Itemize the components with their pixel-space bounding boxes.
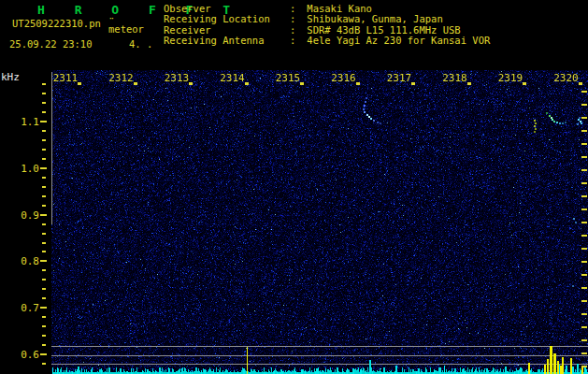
freq-right-tick [581, 248, 587, 250]
time-tick-label: 2317 [383, 72, 415, 84]
freq-right-tick [581, 287, 587, 289]
filename: UT2509222310.pn [12, 18, 101, 29]
info-separator: : [290, 36, 301, 46]
freq-minor-tick [42, 297, 46, 299]
time-tick-label: 2311 [50, 72, 81, 84]
time-tick-mark [245, 82, 249, 85]
freq-minor-tick [42, 83, 46, 85]
freq-minor-tick [42, 288, 46, 290]
freq-right-tick [581, 156, 587, 158]
freq-major-tick [40, 167, 47, 169]
freq-minor-tick [42, 233, 46, 235]
freq-right-tick [581, 209, 587, 210]
freq-right-tick [581, 195, 587, 197]
freq-right-tick [581, 313, 587, 315]
freq-right-tick [581, 352, 587, 354]
time-tick-mark [467, 82, 471, 85]
freq-right-tick [581, 326, 587, 328]
freq-minor-tick [42, 205, 46, 207]
freq-minor-tick [42, 316, 46, 318]
freq-right-tick [581, 274, 587, 276]
freq-tick-label: 0.7 [2, 302, 39, 314]
time-tick-mark [78, 82, 81, 85]
freq-tick-label: 0.8 [2, 255, 39, 267]
freq-minor-tick [42, 279, 46, 280]
time-tick-mark [579, 82, 582, 85]
time-tick-label: 2318 [439, 72, 471, 84]
freq-right-tick [581, 169, 587, 171]
freq-right-tick [581, 235, 587, 237]
time-tick-mark [300, 82, 304, 85]
meteor-mode-label: meteor [108, 23, 144, 35]
freq-minor-tick [42, 242, 46, 244]
freq-right-tick [581, 182, 587, 184]
meteor-count: 4. . [129, 38, 152, 50]
freq-minor-tick [42, 223, 46, 225]
freq-right-tick [581, 339, 587, 341]
freq-major-tick [40, 307, 47, 309]
freq-major-tick [40, 260, 47, 262]
info-label: Receiving Antenna [164, 36, 290, 46]
freq-minor-tick [42, 130, 46, 132]
freq-minor-tick [42, 177, 46, 179]
hrofft-screen: H R O F F T UT2509222310.pn ¨ meteor 25.… [0, 0, 588, 374]
freq-right-tick [581, 222, 587, 223]
time-tick-mark [356, 82, 360, 85]
time-tick-label: 2319 [495, 72, 526, 84]
freq-major-tick [40, 214, 47, 216]
freq-unit-label: kHz [1, 71, 20, 83]
observation-info: Observer: Masaki KanoReceiving Location:… [164, 4, 490, 47]
freq-right-tick [581, 261, 587, 263]
freq-major-tick [40, 353, 47, 355]
freq-minor-tick [42, 195, 46, 197]
spectrogram-canvas [51, 70, 588, 374]
time-tick-mark [523, 82, 526, 85]
freq-minor-tick [42, 93, 46, 94]
freq-tick-label: 0.9 [2, 209, 39, 222]
observation-datetime: 25.09.22 23:10 [9, 38, 93, 50]
freq-major-tick [40, 121, 47, 122]
freq-minor-tick [42, 158, 46, 160]
time-tick-mark [189, 82, 193, 85]
freq-right-tick [581, 117, 587, 119]
freq-minor-tick [42, 111, 46, 113]
freq-tick-label: 0.6 [2, 349, 39, 361]
time-tick-label: 2320 [551, 72, 582, 84]
freq-tick-label: 1.1 [2, 116, 39, 128]
freq-minor-tick [42, 335, 46, 337]
time-tick-mark [134, 82, 137, 85]
time-tick-label: 2316 [328, 72, 360, 84]
freq-minor-tick [42, 186, 46, 188]
time-tick-label: 2312 [106, 72, 137, 84]
freq-minor-tick [42, 363, 46, 365]
time-tick-label: 2314 [217, 72, 249, 84]
freq-minor-tick [42, 344, 46, 346]
freq-right-tick [581, 91, 587, 93]
time-tick-label: 2315 [272, 72, 304, 84]
freq-minor-tick [42, 251, 46, 252]
freq-right-tick [581, 143, 587, 145]
freq-minor-tick [42, 149, 46, 151]
time-tick-mark [411, 82, 415, 85]
info-row-3: Receiving Antenna: 4ele Yagi Az 230 for … [164, 36, 490, 46]
freq-right-tick [581, 104, 587, 106]
freq-minor-tick [42, 325, 46, 327]
freq-right-tick [581, 130, 587, 132]
freq-minor-tick [42, 269, 46, 271]
freq-tick-label: 1.0 [2, 163, 39, 175]
time-tick-label: 2313 [161, 72, 193, 84]
freq-right-tick [581, 366, 587, 367]
info-value: 4ele Yagi Az 230 for Kansai VOR [301, 36, 490, 46]
freq-minor-tick [42, 102, 46, 104]
freq-right-tick [581, 300, 587, 302]
freq-minor-tick [42, 139, 46, 141]
